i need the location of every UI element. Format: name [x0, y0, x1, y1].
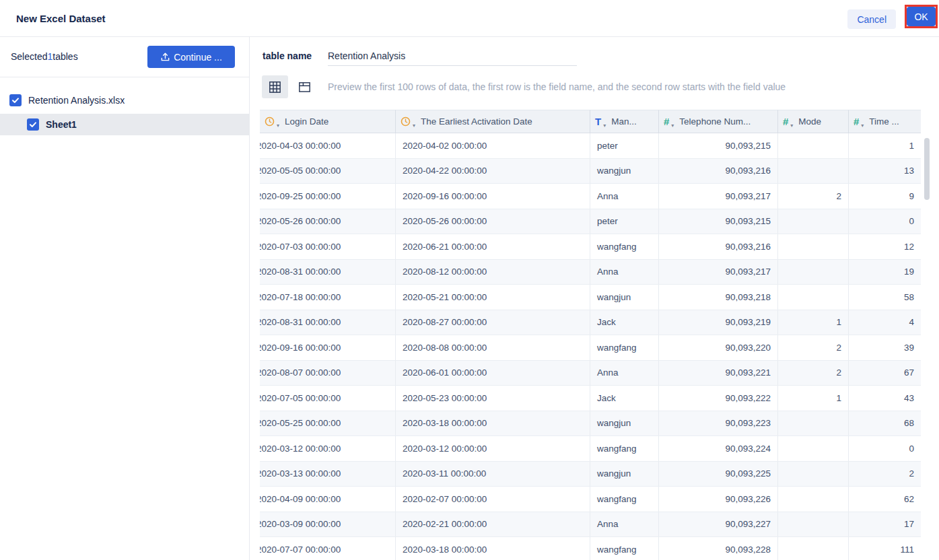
column-header-4[interactable]: #▾Mode: [778, 110, 849, 133]
table-row: 2020-03-13 00:00:002020-03-11 00:00:00wa…: [260, 462, 921, 487]
table-cell: 2020-05-25 00:00:00: [260, 411, 396, 436]
table-name-input[interactable]: Retention Analysis: [328, 48, 577, 66]
table-cell: 0: [849, 209, 921, 234]
column-header-1[interactable]: ▾The Earliest Activation Date: [396, 110, 590, 133]
table-cell: Jack: [590, 386, 659, 411]
field-type-dropdown-icon[interactable]: ▾: [277, 123, 279, 129]
vertical-scrollbar-thumb[interactable]: [924, 138, 930, 200]
table-row: 2020-07-07 00:00:002020-03-18 00:00:00wa…: [260, 537, 921, 560]
table-cell: 2: [778, 184, 849, 209]
cancel-button[interactable]: Cancel: [847, 9, 896, 29]
sheet-checkbox-checked[interactable]: [27, 118, 39, 131]
table-cell: 2020-05-21 00:00:00: [396, 285, 590, 310]
table-cell: 2020-08-07 00:00:00: [260, 361, 396, 386]
column-header-2[interactable]: T▾Man...: [590, 110, 659, 133]
table-cell: 90,093,226: [659, 487, 778, 512]
data-preview-table: ▾Login Date▾The Earliest Activation Date…: [260, 110, 921, 560]
table-cell: 90,093,220: [659, 335, 778, 360]
sidebar: Selected1tables Continue ... Retention A…: [0, 37, 250, 560]
table-cell: 2020-03-12 00:00:00: [396, 436, 590, 461]
number-field-icon: #: [783, 116, 788, 127]
table-cell: peter: [590, 133, 659, 158]
file-name-label: Retention Analysis.xlsx: [28, 95, 125, 106]
table-cell: 2020-07-05 00:00:00: [260, 386, 396, 411]
table-cell: 17: [849, 512, 921, 537]
check-icon: [29, 120, 37, 129]
table-cell: wangjun: [590, 285, 659, 310]
number-field-icon: #: [664, 116, 669, 127]
continue-upload-button[interactable]: Continue ...: [147, 46, 235, 68]
table-cell: 58: [849, 285, 921, 310]
table-cell: 2020-06-01 00:00:00: [396, 361, 590, 386]
date-field-icon: [265, 116, 275, 127]
page-title: New Excel Dataset: [16, 0, 106, 37]
tree-item-sheet-selected[interactable]: Sheet1: [0, 114, 249, 135]
column-header-label: Man...: [611, 116, 637, 127]
field-type-dropdown-icon[interactable]: ▾: [603, 123, 606, 129]
table-cell: 68: [849, 411, 921, 436]
table-cell: 2020-08-31 00:00:00: [260, 310, 396, 335]
text-field-icon: T: [595, 116, 601, 127]
table-cell: [778, 537, 849, 560]
table-cell: [778, 436, 849, 461]
ok-button[interactable]: OK: [907, 7, 936, 26]
table-cell: 0: [849, 436, 921, 461]
field-type-dropdown-icon[interactable]: ▾: [790, 123, 793, 129]
preview-hint-text: Preview the first 100 rows of data, the …: [328, 81, 786, 92]
table-row: 2020-07-18 00:00:002020-05-21 00:00:00wa…: [260, 285, 921, 310]
table-row: 2020-04-09 00:00:002020-02-07 00:00:00wa…: [260, 487, 921, 512]
table-row: 2020-08-07 00:00:002020-06-01 00:00:00An…: [260, 361, 921, 386]
table-cell: 90,093,217: [659, 184, 778, 209]
table-cell: [778, 234, 849, 259]
grid-view-button[interactable]: [262, 75, 288, 98]
table-row: 2020-08-31 00:00:002020-08-12 00:00:00An…: [260, 260, 921, 285]
table-cell: Anna: [590, 512, 659, 537]
selected-suffix: tables: [53, 51, 77, 62]
column-header-5[interactable]: #▾Time ...: [849, 110, 921, 133]
table-cell: 2020-04-09 00:00:00: [260, 487, 396, 512]
sheet-name-label: Sheet1: [46, 119, 77, 130]
table-cell: 90,093,225: [659, 462, 778, 487]
column-header-0[interactable]: ▾Login Date: [260, 110, 396, 133]
table-cell: [778, 462, 849, 487]
table-cell: 2020-09-16 00:00:00: [260, 335, 396, 360]
table-name-label: table name: [263, 50, 312, 61]
sidebar-summary-row: Selected1tables Continue ...: [0, 37, 249, 77]
table-cell: 2020-02-07 00:00:00: [396, 487, 590, 512]
field-view-button[interactable]: [294, 75, 314, 98]
table-row: 2020-07-05 00:00:002020-05-23 00:00:00Ja…: [260, 386, 921, 411]
check-icon: [11, 96, 20, 104]
table-cell: 2020-03-13 00:00:00: [260, 462, 396, 487]
table-cell: Anna: [590, 361, 659, 386]
dialog-header: New Excel Dataset Cancel OK: [0, 0, 939, 37]
column-header-3[interactable]: #▾Telephone Num...: [659, 110, 778, 133]
field-type-dropdown-icon[interactable]: ▾: [671, 123, 674, 129]
table-cell: 62: [849, 487, 921, 512]
table-cell: 4: [849, 310, 921, 335]
field-type-dropdown-icon[interactable]: ▾: [413, 123, 415, 129]
field-type-dropdown-icon[interactable]: ▾: [861, 123, 864, 129]
table-row: 2020-09-16 00:00:002020-08-08 00:00:00wa…: [260, 335, 921, 361]
table-cell: 90,093,215: [659, 133, 778, 158]
table-cell: 39: [849, 335, 921, 360]
table-cell: 67: [849, 361, 921, 386]
table-cell: 2020-03-12 00:00:00: [260, 436, 396, 461]
table-cell: 9: [849, 184, 921, 209]
selected-tables-text: Selected1tables: [11, 51, 78, 62]
table-cell: [778, 512, 849, 537]
table-body: 2020-04-03 00:00:002020-04-02 00:00:00pe…: [260, 133, 921, 560]
table-cell: Anna: [590, 184, 659, 209]
table-cell: [778, 487, 849, 512]
annotation-highlight-box: OK: [905, 5, 938, 28]
table-cell: 2020-09-25 00:00:00: [260, 184, 396, 209]
column-header-label: Telephone Num...: [679, 116, 751, 127]
table-cell: 90,093,222: [659, 386, 778, 411]
table-cell: 2020-08-08 00:00:00: [396, 335, 590, 360]
table-cell: 90,093,219: [659, 310, 778, 335]
table-cell: Jack: [590, 310, 659, 335]
table-cell: 12: [849, 234, 921, 259]
tree-item-file[interactable]: Retention Analysis.xlsx: [0, 90, 249, 111]
table-cell: 90,093,215: [659, 209, 778, 234]
file-checkbox-checked[interactable]: [9, 94, 22, 106]
number-field-icon: #: [854, 116, 859, 127]
